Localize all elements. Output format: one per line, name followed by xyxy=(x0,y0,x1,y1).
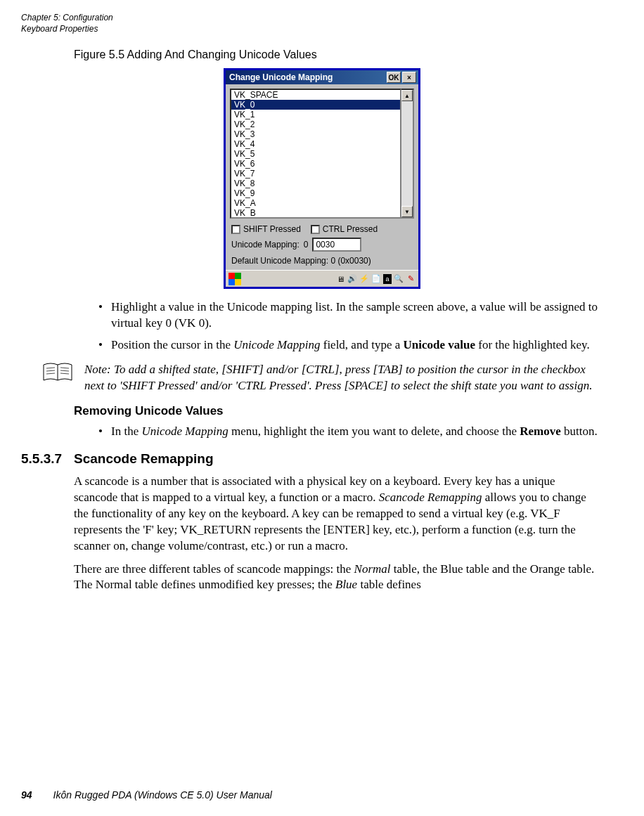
subheading-removing: Removing Unicode Values xyxy=(74,404,623,418)
start-icon[interactable] xyxy=(228,273,241,285)
tray-icon[interactable]: 🖥 xyxy=(335,274,345,284)
checkbox-icon xyxy=(231,225,240,234)
header-section: Keyboard Properties xyxy=(21,24,623,35)
page-header: Chapter 5: Configuration Keyboard Proper… xyxy=(21,13,623,34)
note-text: Note: To add a shifted state, [SHIFT] an… xyxy=(84,362,602,394)
unicode-mapping-dialog: Change Unicode Mapping OK × VK_SPACE VK_… xyxy=(224,68,420,289)
scroll-track[interactable] xyxy=(401,101,413,206)
figure-caption: Figure 5.5 Adding And Changing Unicode V… xyxy=(74,48,623,61)
list-item[interactable]: VK_7 xyxy=(231,169,400,179)
header-chapter: Chapter 5: Configuration xyxy=(21,13,623,24)
list-item[interactable]: VK_9 xyxy=(231,188,400,198)
bullet-list: Highlight a value in the Unicode mapping… xyxy=(98,299,602,354)
body-paragraph: There are three different tables of scan… xyxy=(74,562,602,594)
scroll-down-button[interactable]: ▼ xyxy=(401,206,413,217)
list-item[interactable]: VK_B xyxy=(231,208,400,218)
list-item[interactable]: VK_5 xyxy=(231,149,400,159)
dialog-title: Change Unicode Mapping xyxy=(228,72,385,82)
note-block: Note: To add a shifted state, [SHIFT] an… xyxy=(42,362,602,394)
mapping-label: Unicode Mapping: xyxy=(231,240,300,250)
bullet-item: In the Unicode Mapping menu, highlight t… xyxy=(98,424,602,440)
close-button[interactable]: × xyxy=(402,72,416,83)
list-item[interactable]: VK_A xyxy=(231,198,400,208)
ctrl-label: CTRL Pressed xyxy=(323,224,378,234)
mapping-char: 0 xyxy=(304,240,309,250)
tray-icon[interactable]: 🔍 xyxy=(394,274,404,284)
tray-icon[interactable]: ✎ xyxy=(406,274,416,284)
dialog-titlebar: Change Unicode Mapping OK × xyxy=(226,70,418,84)
tray-icon[interactable]: a xyxy=(383,274,392,284)
bullet-item: Position the cursor in the Unicode Mappi… xyxy=(98,337,602,354)
list-item[interactable]: VK_3 xyxy=(231,129,400,139)
page-number: 94 xyxy=(21,789,32,801)
section-title: Scancode Remapping xyxy=(74,451,214,466)
page-footer: 94 Ikôn Rugged PDA (Windows CE 5.0) User… xyxy=(21,789,272,801)
list-item[interactable]: VK_6 xyxy=(231,159,400,169)
shift-pressed-checkbox[interactable]: SHIFT Pressed xyxy=(231,224,301,234)
ctrl-pressed-checkbox[interactable]: CTRL Pressed xyxy=(311,224,378,234)
bullet-item: Highlight a value in the Unicode mapping… xyxy=(98,299,602,332)
ok-button[interactable]: OK xyxy=(387,72,401,83)
book-icon xyxy=(42,362,73,383)
tray-icon[interactable]: 🔊 xyxy=(347,274,357,284)
checkbox-icon xyxy=(311,225,320,234)
screenshot-container: Change Unicode Mapping OK × VK_SPACE VK_… xyxy=(21,68,623,289)
list-item[interactable]: VK_8 xyxy=(231,179,400,188)
list-item[interactable]: VK_SPACE xyxy=(231,90,400,100)
list-item[interactable]: VK_2 xyxy=(231,119,400,129)
bullet-list: In the Unicode Mapping menu, highlight t… xyxy=(98,424,602,440)
tray-icon[interactable]: ⚡ xyxy=(359,274,369,284)
section-number: 5.5.3.7 xyxy=(21,451,74,467)
body-paragraph: A scancode is a number that is associate… xyxy=(74,474,602,555)
shift-label: SHIFT Pressed xyxy=(243,224,301,234)
scroll-up-button[interactable]: ▲ xyxy=(401,90,413,101)
list-item[interactable]: VK_0 xyxy=(231,100,400,110)
unicode-mapping-input[interactable] xyxy=(312,238,361,252)
manual-title: Ikôn Rugged PDA (Windows CE 5.0) User Ma… xyxy=(53,789,272,801)
list-item[interactable]: VK_4 xyxy=(231,139,400,149)
list-item[interactable]: VK_1 xyxy=(231,110,400,119)
default-mapping-label: Default Unicode Mapping: 0 (0x0030) xyxy=(226,254,418,270)
tray-icon[interactable]: 📄 xyxy=(371,274,381,284)
taskbar: 🖥 🔊 ⚡ 📄 a 🔍 ✎ xyxy=(226,270,418,287)
vk-listbox[interactable]: VK_SPACE VK_0 VK_1 VK_2 VK_3 VK_4 VK_5 V… xyxy=(230,89,401,219)
listbox-scrollbar[interactable]: ▲ ▼ xyxy=(401,89,414,219)
section-heading: 5.5.3.7Scancode Remapping xyxy=(21,451,623,467)
